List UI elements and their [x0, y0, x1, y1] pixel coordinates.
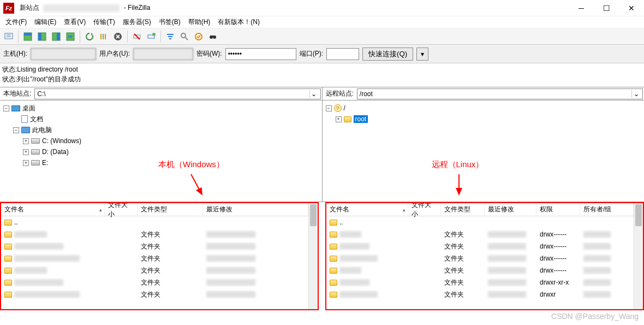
maximize-button[interactable]: ☐ — [594, 0, 619, 16]
host-label: 主机(H): — [3, 49, 27, 58]
computer-icon — [21, 127, 30, 133]
tree-item-computer[interactable]: 此电脑 — [32, 126, 52, 135]
list-row[interactable]: 文件夹drwx------ — [326, 228, 634, 240]
menu-server[interactable]: 服务器(S) — [120, 16, 154, 28]
folder-icon — [330, 220, 337, 226]
list-row[interactable]: 文件夹 — [1, 276, 308, 288]
remote-tree[interactable]: −?/ +root 远程（Linux） — [323, 101, 645, 202]
col-filetype[interactable]: 文件类型 — [441, 203, 485, 216]
col-filesize[interactable]: 文件大小 — [105, 203, 138, 216]
local-path-combo[interactable]: C:\ ⌄ — [34, 88, 320, 99]
list-row[interactable]: 文件夹 — [1, 228, 308, 240]
svg-rect-0 — [5, 33, 13, 39]
pass-input[interactable] — [225, 48, 296, 60]
list-row-parent[interactable]: .. — [326, 216, 634, 228]
folder-icon — [4, 268, 12, 274]
search-icon[interactable] — [206, 30, 219, 43]
local-site-label: 本地站点: — [0, 89, 34, 98]
window-title: 新站点 - FileZilla — [17, 3, 569, 13]
svg-rect-25 — [210, 36, 216, 37]
folder-icon — [344, 116, 351, 122]
svg-rect-6 — [38, 33, 41, 40]
tree-collapse-icon[interactable]: − — [3, 105, 9, 111]
menu-transfer[interactable]: 传输(T) — [90, 16, 118, 28]
tree-item-d-drive[interactable]: D: (Data) — [42, 148, 69, 156]
menu-help[interactable]: 帮助(H) — [185, 16, 214, 28]
drive-icon — [31, 138, 40, 144]
menu-file[interactable]: 文件(F) — [2, 16, 30, 28]
list-row[interactable]: 文件夹 — [1, 264, 308, 276]
list-row[interactable]: 文件夹 — [1, 288, 308, 300]
folder-icon — [4, 256, 12, 262]
col-filetype[interactable]: 文件类型 — [138, 203, 203, 216]
drive-icon — [31, 160, 40, 166]
process-queue-icon[interactable] — [97, 30, 110, 43]
scrollbar[interactable] — [308, 203, 318, 309]
toggle-tree-local-icon[interactable] — [35, 30, 49, 43]
list-row[interactable]: 文件夹drwxr-xr-x — [326, 276, 634, 288]
close-button[interactable]: ✕ — [619, 0, 644, 16]
tree-item-documents[interactable]: 文档 — [30, 115, 43, 124]
toggle-queue-icon[interactable] — [64, 30, 77, 43]
list-row[interactable]: 文件夹drwx------ — [326, 264, 634, 276]
chevron-down-icon[interactable]: ⌄ — [631, 90, 640, 98]
col-perms[interactable]: 权限 — [536, 203, 580, 216]
col-filesize[interactable]: 文件大小 — [408, 203, 441, 216]
tree-expand-icon[interactable]: + — [23, 149, 29, 155]
toggle-tree-remote-icon[interactable] — [50, 30, 63, 43]
tree-expand-icon[interactable]: + — [23, 138, 29, 144]
tree-expand-icon[interactable]: + — [23, 160, 29, 166]
col-modified[interactable]: 最近修改 — [203, 203, 308, 216]
unknown-folder-icon: ? — [334, 104, 342, 112]
tree-collapse-icon[interactable]: − — [13, 127, 19, 133]
pass-label: 密码(W): — [196, 49, 222, 58]
col-modified[interactable]: 最近修改 — [485, 203, 536, 216]
list-row[interactable]: 文件夹drwx------ — [326, 240, 634, 252]
menu-edit[interactable]: 编辑(E) — [31, 16, 59, 28]
list-row[interactable]: 文件夹drwx------ — [326, 252, 634, 264]
list-row[interactable]: 文件夹 — [1, 252, 308, 264]
tree-item-e-drive[interactable]: E: — [42, 159, 48, 167]
scrollbar[interactable] — [634, 203, 643, 309]
reconnect-icon[interactable] — [145, 30, 158, 43]
refresh-icon[interactable] — [83, 30, 96, 43]
user-input[interactable] — [133, 48, 193, 60]
tree-item-root[interactable]: / — [344, 104, 345, 112]
compare-icon[interactable] — [178, 30, 191, 43]
menu-view[interactable]: 查看(V) — [61, 16, 89, 28]
message-log[interactable]: 状态:Listing directory /root 状态:列出"/root"的… — [0, 63, 644, 87]
list-row[interactable]: 文件夹drwxr — [326, 288, 634, 300]
list-row-parent[interactable]: .. — [1, 216, 308, 228]
list-row[interactable]: 文件夹 — [1, 240, 308, 252]
sync-browse-icon[interactable] — [192, 30, 205, 43]
tree-item-root-folder[interactable]: root — [354, 115, 368, 123]
tree-item-desktop[interactable]: 桌面 — [22, 104, 35, 113]
col-filename[interactable]: 文件名▴ — [326, 203, 408, 216]
quickconnect-dropdown[interactable]: ▾ — [416, 48, 428, 61]
quickconnect-bar: 主机(H): 用户名(U): 密码(W): 端口(P): 快速连接(Q) ▾ — [0, 45, 644, 63]
disconnect-icon[interactable] — [130, 30, 144, 43]
filter-icon[interactable] — [164, 30, 177, 43]
menu-bookmarks[interactable]: 书签(B) — [156, 16, 184, 28]
col-owner[interactable]: 所有者/组 — [580, 203, 634, 216]
quickconnect-button[interactable]: 快速连接(Q) — [362, 48, 413, 61]
folder-icon — [4, 292, 12, 298]
remote-file-list: 文件名▴ 文件大小 文件类型 最近修改 权限 所有者/组 ..文件夹drwx--… — [325, 202, 644, 310]
toggle-log-icon[interactable] — [21, 30, 34, 43]
log-line: 状态:列出"/root"的目录成功 — [2, 74, 642, 84]
site-manager-icon[interactable] — [2, 30, 15, 43]
folder-icon — [330, 268, 337, 274]
tree-expand-icon[interactable]: + — [336, 116, 342, 122]
col-filename[interactable]: 文件名▴ — [1, 203, 105, 216]
port-input[interactable] — [326, 48, 359, 60]
tree-item-c-drive[interactable]: C: (Windows) — [42, 137, 81, 145]
menu-new-version[interactable]: 有新版本！(N) — [214, 16, 263, 28]
tree-collapse-icon[interactable]: − — [326, 105, 332, 111]
local-tree[interactable]: −桌面 文档 −此电脑 +C: (Windows) +D: (Data) +E:… — [0, 101, 322, 202]
remote-path-combo[interactable]: /root ⌄ — [357, 88, 643, 99]
minimize-button[interactable]: ─ — [569, 0, 594, 16]
chevron-down-icon[interactable]: ⌄ — [309, 90, 318, 98]
cancel-icon[interactable] — [111, 30, 124, 43]
host-input[interactable] — [31, 48, 96, 60]
svg-line-21 — [185, 37, 188, 40]
